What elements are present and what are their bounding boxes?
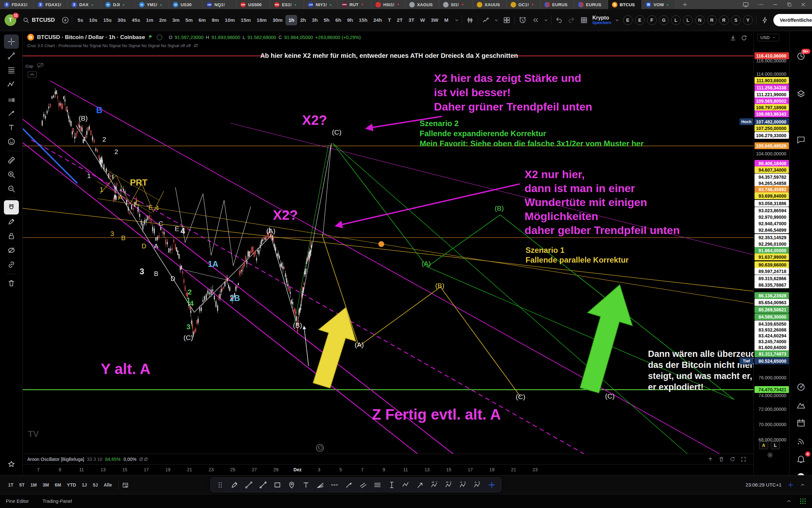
window-tab-dax[interactable]: XDAX▲ [67,0,101,9]
close-button[interactable] [800,2,806,7]
yellow-trend-arrow[interactable] [313,307,356,388]
saved-layout-l[interactable]: L [683,15,693,25]
up-pane-icon[interactable] [707,456,713,462]
range-1m[interactable]: 1M [28,480,40,490]
window-tab-ym1[interactable]: 30YM1!▲ [135,0,169,9]
wave-label[interactable]: E [148,204,153,211]
avatar[interactable]: T 11 [5,14,16,26]
annotation-text[interactable]: Szenario 2Fallende expandierende Korrekt… [420,119,644,148]
wave-label[interactable]: 2B [230,294,240,303]
annotation-arrow[interactable] [304,326,308,366]
layout-menu[interactable]: Krypto Speichern [592,15,611,25]
publish-button[interactable]: Veröffentlichen [773,14,812,26]
wave-label[interactable]: 3 [110,230,114,237]
chevron-down-icon[interactable] [615,17,620,23]
range-6m[interactable]: 6M [52,480,64,490]
timeframe-6h[interactable]: 6h [333,15,344,25]
wave-label[interactable]: (A) [355,341,364,348]
favorites-star-tool[interactable] [4,457,19,471]
window-tab-si1[interactable]: SI1!▼ [439,0,473,9]
wave-label[interactable]: 2 [114,148,118,155]
wave-label[interactable]: B [121,234,125,242]
window-tab-btcus[interactable]: BBTCUS [608,0,642,9]
wave-label[interactable]: (B) [435,282,444,289]
window-tab-vow[interactable]: WVOW▲ [642,0,676,9]
annotation-text[interactable]: X2 hier das zeigt Stärke undist viel bes… [434,72,592,113]
arrowne-draw-tool[interactable] [414,479,426,491]
timeframe-9h[interactable]: 9h [344,15,356,25]
rectpts-draw-tool[interactable] [271,479,284,491]
load-chart-icon[interactable] [731,36,735,40]
range-3m[interactable]: 3M [40,480,52,490]
layout-grid-button[interactable] [501,15,512,25]
timeframe-10s[interactable]: 10s [86,15,100,25]
go-to-date-icon[interactable] [122,481,129,489]
indicators-button[interactable] [481,15,491,25]
wave-label[interactable]: (A) [422,260,431,267]
window-tab-fdax1[interactable]: XFDAX1! [34,0,67,9]
restore-button[interactable] [787,2,792,7]
statusbar-trading-panel[interactable]: Trading-Panel [43,499,72,504]
wave-label[interactable]: D [171,275,175,282]
clock-panel-icon[interactable]: 99+ [796,51,806,61]
new-tab-button[interactable] [676,0,695,9]
timeframe-24h[interactable]: 24h [370,15,385,25]
trend-line[interactable] [323,143,331,236]
range-5j[interactable]: 5J [90,480,101,490]
timeframe-3T[interactable]: 3T [406,15,417,25]
wave-label[interactable]: (A) [266,227,276,235]
axis-settings-gear-icon[interactable] [767,452,773,458]
wave-label[interactable]: C [158,220,163,227]
timeframe-2h[interactable]: 2h [297,15,309,25]
timeframe-2m[interactable]: 2m [156,15,169,25]
annotation-text[interactable]: Dann wären alle überzeugtdas der Bitcoin… [648,349,754,392]
crosshair-blue-icon[interactable] [787,482,794,488]
gap-indicator-label[interactable]: Gap [25,64,34,69]
mountain-panel-icon[interactable] [796,400,806,410]
chat-panel-icon[interactable] [796,134,806,144]
fib-tool[interactable] [4,63,19,77]
trash-pane-icon[interactable] [718,456,724,462]
window-tab-niy1[interactable]: 225NIY1!▲ [304,0,338,9]
zigzag-draw-tool[interactable] [400,479,412,491]
crosshair-tool[interactable] [4,35,19,49]
reload-pane-icon[interactable] [729,456,735,462]
save-layout-label[interactable]: Speichern [592,21,611,25]
annotation-arrow[interactable] [336,184,520,226]
chevron-down-icon[interactable] [543,17,548,23]
refresh-chart-icon[interactable] [742,35,747,40]
forecast-tool[interactable] [4,92,19,106]
magnet-tool[interactable] [4,200,19,214]
trend-draw-tool[interactable] [243,479,255,491]
fan-draw-tool[interactable] [314,479,326,491]
wave-label[interactable]: D [142,243,146,250]
wave-label[interactable]: B [96,105,103,115]
wave-label[interactable]: (B) [495,204,504,212]
collapse-panel-icon[interactable] [800,482,806,488]
wave-label[interactable]: A [118,194,123,201]
timeframe-45s[interactable]: 45s [129,15,143,25]
wave-label[interactable]: Z Fertig evtl. alt. A [372,406,501,423]
watchlist-grid-icon[interactable] [579,15,589,25]
trash-tool[interactable] [4,276,19,290]
saved-layout-e[interactable]: E [635,15,645,25]
wave-label[interactable]: PRT [130,178,148,187]
trend-line[interactable] [23,208,754,291]
screen-share-icon[interactable] [743,1,749,8]
price-chart[interactable]: (B)B2211PRTACE43BDCE4A3BD2143(C)1A2B(A)(… [23,31,754,454]
expand-pane-icon[interactable] [741,456,747,462]
chart-area[interactable]: B BTCUSD · Bitcoin / Dollar · 1h · Coinb… [23,31,754,475]
redo-button[interactable] [566,15,576,25]
saved-layout-n[interactable]: N [695,15,705,25]
eyeoff-tool[interactable] [4,243,19,257]
trend-line[interactable] [271,236,297,325]
crossblue-draw-tool[interactable] [486,479,498,491]
wave-label[interactable]: (B) [79,115,88,122]
window-tab-dji[interactable]: 30DJI▲ [101,0,135,9]
pin-draw-tool[interactable] [286,479,298,491]
timeframe-6m[interactable]: 6m [195,15,208,25]
wave-label[interactable]: 2 [188,288,192,296]
wave-label[interactable]: C [135,199,140,206]
wave-label[interactable]: 1 [87,172,91,179]
wave-label[interactable]: (C) [605,392,615,400]
